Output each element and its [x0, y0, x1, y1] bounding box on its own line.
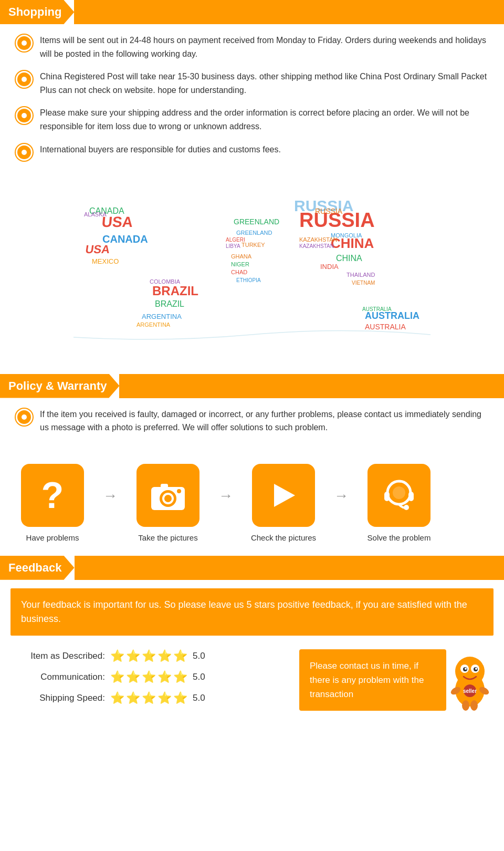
star-2-2: ⭐: [126, 670, 140, 684]
star-1-1: ⭐: [110, 649, 124, 663]
policy-section: Policy & Warranty If the item you receiv…: [0, 374, 504, 547]
svg-text:ARGENTINA: ARGENTINA: [142, 313, 182, 320]
policy-bullets: If the item you received is faulty, dama…: [0, 398, 504, 453]
play-icon: [268, 480, 299, 511]
bullet-item-2: China Registered Post will take near 15-…: [16, 70, 488, 97]
svg-text:GREENLAND: GREENLAND: [236, 230, 272, 236]
svg-rect-43: [408, 492, 414, 501]
svg-text:INDIA: INDIA: [320, 263, 339, 271]
stars-2: ⭐ ⭐ ⭐ ⭐ ⭐: [110, 670, 187, 684]
svg-text:TURKEY: TURKEY: [242, 242, 265, 248]
policy-bullet-1: If the item you received is faulty, dama…: [16, 408, 488, 434]
step-icon-box-2: [136, 464, 200, 527]
star-2-1: ⭐: [110, 670, 124, 684]
feedback-header: Feedback: [0, 556, 75, 580]
bullet-icon-3: [16, 107, 33, 124]
star-3-1: ⭐: [110, 691, 124, 705]
step-icon-box-1: ?: [21, 464, 84, 527]
svg-rect-38: [161, 484, 168, 488]
rating-label-2: Communication:: [10, 672, 110, 682]
bullet-text-2: China Registered Post will take near 15-…: [40, 70, 488, 97]
svg-point-53: [475, 668, 477, 670]
svg-point-44: [393, 486, 405, 499]
star-3-3: ⭐: [142, 691, 156, 705]
policy-header: Policy & Warranty: [0, 374, 119, 398]
svg-text:CHINA: CHINA: [336, 254, 362, 263]
svg-text:GREENLAND: GREENLAND: [234, 217, 279, 226]
star-3-4: ⭐: [158, 691, 172, 705]
svg-marker-40: [274, 484, 295, 507]
ratings-area: Item as Described: ⭐ ⭐ ⭐ ⭐ ⭐ 5.0 Communi…: [0, 644, 504, 723]
svg-text:ALASKA: ALASKA: [84, 211, 107, 217]
star-1-2: ⭐: [126, 649, 140, 663]
world-map: USA CANADA CANADA USA MEXICO ALASKA BRAZ…: [74, 185, 430, 364]
rating-row-3: Shipping Speed: ⭐ ⭐ ⭐ ⭐ ⭐ 5.0: [10, 691, 289, 705]
mascot-area: seller: [446, 653, 494, 711]
svg-text:GHANA: GHANA: [231, 253, 252, 260]
world-map-area: USA CANADA CANADA USA MEXICO ALASKA BRAZ…: [0, 180, 504, 374]
policy-bullet-text: If the item you received is faulty, dama…: [40, 408, 488, 434]
step-label-4: Solve the problem: [368, 533, 431, 542]
camera-icon: [149, 480, 187, 511]
rating-label-1: Item as Described:: [10, 651, 110, 661]
rating-row-2: Communication: ⭐ ⭐ ⭐ ⭐ ⭐ 5.0: [10, 670, 289, 684]
svg-text:KAZAKHSTAN: KAZAKHSTAN: [299, 243, 334, 249]
star-2-5: ⭐: [173, 670, 187, 684]
svg-text:BRAZIL: BRAZIL: [152, 284, 198, 298]
svg-point-47: [455, 657, 485, 686]
svg-point-52: [465, 668, 467, 670]
policy-bullet-icon: [16, 409, 33, 426]
step-have-problems: ? Have problems: [10, 464, 94, 542]
shopping-header-wrap: Shopping: [0, 0, 504, 24]
svg-text:RUSSIA: RUSSIA: [315, 207, 343, 215]
svg-text:CHAD: CHAD: [231, 269, 247, 275]
bullet-icon-4: [16, 144, 33, 161]
svg-point-45: [404, 505, 409, 510]
mascot-svg: seller: [446, 653, 494, 711]
star-3-2: ⭐: [126, 691, 140, 705]
svg-text:BRAZIL: BRAZIL: [155, 299, 184, 308]
contact-box: Please contact us in time, if there is a…: [299, 649, 446, 711]
svg-text:NIGER: NIGER: [231, 261, 249, 267]
svg-text:MEXICO: MEXICO: [92, 257, 119, 265]
bullet-item-3: Please make sure your shipping address a…: [16, 106, 488, 133]
svg-text:VIETNAM: VIETNAM: [352, 280, 375, 286]
rating-label-3: Shipping Speed:: [10, 693, 110, 703]
svg-text:AUSTRALIA: AUSTRALIA: [365, 323, 406, 331]
step-label-1: Have problems: [26, 533, 79, 542]
bullet-item-4: International buyers are responsible for…: [16, 143, 488, 161]
svg-point-37: [164, 495, 172, 502]
star-3-5: ⭐: [173, 691, 187, 705]
star-1-5: ⭐: [173, 649, 187, 663]
svg-text:USA: USA: [85, 243, 111, 256]
rating-score-3: 5.0: [193, 693, 205, 703]
feedback-header-bar: [75, 556, 505, 580]
shopping-section: Shopping Items will be sent out in 24-48…: [0, 0, 504, 374]
step-icon-box-3: [252, 464, 315, 527]
arrow-1: →: [94, 464, 126, 504]
step-icon-box-4: [368, 464, 430, 527]
question-icon: ?: [41, 477, 64, 514]
feedback-message: Your feedback is important for us. So pl…: [10, 588, 494, 636]
star-2-4: ⭐: [158, 670, 172, 684]
svg-text:THAILAND: THAILAND: [346, 272, 375, 278]
star-1-4: ⭐: [158, 649, 172, 663]
arrow-3: →: [326, 464, 357, 504]
ratings-right: Please contact us in time, if there is a…: [299, 649, 494, 711]
ratings-left: Item as Described: ⭐ ⭐ ⭐ ⭐ ⭐ 5.0 Communi…: [10, 649, 289, 712]
arrow-2: →: [210, 464, 242, 504]
svg-text:AUSTRALIA: AUSTRALIA: [362, 306, 392, 312]
bullet-text-1: Items will be sent out in 24-48 hours on…: [40, 34, 488, 60]
svg-text:ETHIOPIA: ETHIOPIA: [236, 277, 261, 283]
headset-icon: [380, 478, 418, 513]
bullet-text-4: International buyers are responsible for…: [40, 143, 281, 157]
policy-header-wrap: Policy & Warranty: [0, 374, 504, 398]
star-1-3: ⭐: [142, 649, 156, 663]
step-label-3: Check the pictures: [251, 533, 316, 542]
shopping-header-bar: [74, 0, 504, 24]
svg-rect-42: [384, 492, 390, 501]
step-solve-problem: Solve the problem: [357, 464, 441, 542]
svg-point-58: [462, 700, 469, 711]
svg-text:COLOMBIA: COLOMBIA: [150, 278, 181, 285]
svg-text:ALGERI: ALGERI: [226, 237, 245, 243]
